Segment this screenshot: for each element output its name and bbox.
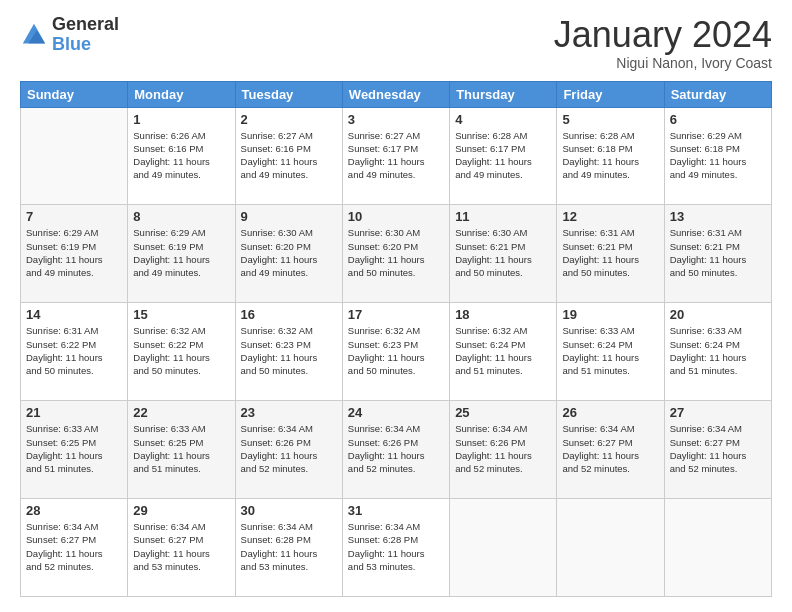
header: General Blue January 2024 Nigui Nanon, I… [20,15,772,71]
calendar-day-cell: 21Sunrise: 6:33 AMSunset: 6:25 PMDayligh… [21,401,128,499]
logo: General Blue [20,15,119,55]
calendar-header-row: SundayMondayTuesdayWednesdayThursdayFrid… [21,81,772,107]
day-info: Sunrise: 6:27 AMSunset: 6:17 PMDaylight:… [348,129,444,182]
day-info: Sunrise: 6:34 AMSunset: 6:26 PMDaylight:… [348,422,444,475]
day-info: Sunrise: 6:28 AMSunset: 6:18 PMDaylight:… [562,129,658,182]
calendar-day-cell: 22Sunrise: 6:33 AMSunset: 6:25 PMDayligh… [128,401,235,499]
day-info: Sunrise: 6:34 AMSunset: 6:27 PMDaylight:… [670,422,766,475]
logo-icon [20,21,48,49]
calendar-day-cell: 28Sunrise: 6:34 AMSunset: 6:27 PMDayligh… [21,499,128,597]
calendar-day-cell: 24Sunrise: 6:34 AMSunset: 6:26 PMDayligh… [342,401,449,499]
day-info: Sunrise: 6:34 AMSunset: 6:28 PMDaylight:… [241,520,337,573]
weekday-header: Sunday [21,81,128,107]
calendar-day-cell: 23Sunrise: 6:34 AMSunset: 6:26 PMDayligh… [235,401,342,499]
day-number: 17 [348,307,444,322]
calendar-day-cell: 12Sunrise: 6:31 AMSunset: 6:21 PMDayligh… [557,205,664,303]
calendar-day-cell [664,499,771,597]
calendar-day-cell: 16Sunrise: 6:32 AMSunset: 6:23 PMDayligh… [235,303,342,401]
calendar-day-cell: 17Sunrise: 6:32 AMSunset: 6:23 PMDayligh… [342,303,449,401]
day-info: Sunrise: 6:29 AMSunset: 6:19 PMDaylight:… [133,226,229,279]
day-number: 27 [670,405,766,420]
calendar-week-row: 21Sunrise: 6:33 AMSunset: 6:25 PMDayligh… [21,401,772,499]
day-number: 25 [455,405,551,420]
calendar-day-cell: 13Sunrise: 6:31 AMSunset: 6:21 PMDayligh… [664,205,771,303]
calendar-day-cell: 1Sunrise: 6:26 AMSunset: 6:16 PMDaylight… [128,107,235,205]
day-number: 19 [562,307,658,322]
calendar-day-cell: 27Sunrise: 6:34 AMSunset: 6:27 PMDayligh… [664,401,771,499]
calendar-day-cell: 19Sunrise: 6:33 AMSunset: 6:24 PMDayligh… [557,303,664,401]
page: General Blue January 2024 Nigui Nanon, I… [0,0,792,612]
calendar-table: SundayMondayTuesdayWednesdayThursdayFrid… [20,81,772,597]
day-info: Sunrise: 6:27 AMSunset: 6:16 PMDaylight:… [241,129,337,182]
day-number: 13 [670,209,766,224]
title-area: January 2024 Nigui Nanon, Ivory Coast [554,15,772,71]
weekday-header: Thursday [450,81,557,107]
day-number: 21 [26,405,122,420]
calendar-day-cell: 29Sunrise: 6:34 AMSunset: 6:27 PMDayligh… [128,499,235,597]
day-number: 24 [348,405,444,420]
day-info: Sunrise: 6:26 AMSunset: 6:16 PMDaylight:… [133,129,229,182]
calendar-day-cell: 10Sunrise: 6:30 AMSunset: 6:20 PMDayligh… [342,205,449,303]
calendar-day-cell: 26Sunrise: 6:34 AMSunset: 6:27 PMDayligh… [557,401,664,499]
day-number: 8 [133,209,229,224]
calendar-day-cell: 14Sunrise: 6:31 AMSunset: 6:22 PMDayligh… [21,303,128,401]
day-info: Sunrise: 6:33 AMSunset: 6:24 PMDaylight:… [670,324,766,377]
day-info: Sunrise: 6:33 AMSunset: 6:25 PMDaylight:… [133,422,229,475]
day-number: 26 [562,405,658,420]
main-title: January 2024 [554,15,772,55]
day-info: Sunrise: 6:34 AMSunset: 6:27 PMDaylight:… [562,422,658,475]
calendar-day-cell [450,499,557,597]
day-number: 5 [562,112,658,127]
day-number: 29 [133,503,229,518]
day-info: Sunrise: 6:32 AMSunset: 6:22 PMDaylight:… [133,324,229,377]
weekday-header: Saturday [664,81,771,107]
day-info: Sunrise: 6:31 AMSunset: 6:22 PMDaylight:… [26,324,122,377]
day-number: 18 [455,307,551,322]
weekday-header: Wednesday [342,81,449,107]
day-info: Sunrise: 6:28 AMSunset: 6:17 PMDaylight:… [455,129,551,182]
day-info: Sunrise: 6:32 AMSunset: 6:24 PMDaylight:… [455,324,551,377]
day-number: 10 [348,209,444,224]
weekday-header: Friday [557,81,664,107]
day-info: Sunrise: 6:29 AMSunset: 6:19 PMDaylight:… [26,226,122,279]
day-number: 4 [455,112,551,127]
calendar-day-cell: 9Sunrise: 6:30 AMSunset: 6:20 PMDaylight… [235,205,342,303]
day-number: 12 [562,209,658,224]
day-info: Sunrise: 6:32 AMSunset: 6:23 PMDaylight:… [348,324,444,377]
weekday-header: Monday [128,81,235,107]
calendar-week-row: 1Sunrise: 6:26 AMSunset: 6:16 PMDaylight… [21,107,772,205]
calendar-day-cell: 4Sunrise: 6:28 AMSunset: 6:17 PMDaylight… [450,107,557,205]
day-info: Sunrise: 6:30 AMSunset: 6:21 PMDaylight:… [455,226,551,279]
calendar-day-cell [557,499,664,597]
calendar-day-cell: 11Sunrise: 6:30 AMSunset: 6:21 PMDayligh… [450,205,557,303]
day-info: Sunrise: 6:31 AMSunset: 6:21 PMDaylight:… [670,226,766,279]
day-info: Sunrise: 6:34 AMSunset: 6:27 PMDaylight:… [26,520,122,573]
calendar-day-cell: 5Sunrise: 6:28 AMSunset: 6:18 PMDaylight… [557,107,664,205]
calendar-week-row: 14Sunrise: 6:31 AMSunset: 6:22 PMDayligh… [21,303,772,401]
day-number: 31 [348,503,444,518]
calendar-day-cell: 6Sunrise: 6:29 AMSunset: 6:18 PMDaylight… [664,107,771,205]
day-info: Sunrise: 6:30 AMSunset: 6:20 PMDaylight:… [348,226,444,279]
weekday-header: Tuesday [235,81,342,107]
calendar-day-cell: 7Sunrise: 6:29 AMSunset: 6:19 PMDaylight… [21,205,128,303]
day-number: 16 [241,307,337,322]
day-info: Sunrise: 6:34 AMSunset: 6:28 PMDaylight:… [348,520,444,573]
day-number: 6 [670,112,766,127]
day-number: 22 [133,405,229,420]
day-number: 3 [348,112,444,127]
calendar-day-cell: 20Sunrise: 6:33 AMSunset: 6:24 PMDayligh… [664,303,771,401]
day-info: Sunrise: 6:34 AMSunset: 6:26 PMDaylight:… [241,422,337,475]
calendar-day-cell: 30Sunrise: 6:34 AMSunset: 6:28 PMDayligh… [235,499,342,597]
day-info: Sunrise: 6:33 AMSunset: 6:24 PMDaylight:… [562,324,658,377]
calendar-day-cell: 3Sunrise: 6:27 AMSunset: 6:17 PMDaylight… [342,107,449,205]
calendar-week-row: 28Sunrise: 6:34 AMSunset: 6:27 PMDayligh… [21,499,772,597]
calendar-day-cell: 31Sunrise: 6:34 AMSunset: 6:28 PMDayligh… [342,499,449,597]
day-info: Sunrise: 6:29 AMSunset: 6:18 PMDaylight:… [670,129,766,182]
day-info: Sunrise: 6:32 AMSunset: 6:23 PMDaylight:… [241,324,337,377]
subtitle: Nigui Nanon, Ivory Coast [554,55,772,71]
day-number: 20 [670,307,766,322]
day-number: 7 [26,209,122,224]
calendar-day-cell: 8Sunrise: 6:29 AMSunset: 6:19 PMDaylight… [128,205,235,303]
logo-text: General Blue [52,15,119,55]
calendar-day-cell: 25Sunrise: 6:34 AMSunset: 6:26 PMDayligh… [450,401,557,499]
